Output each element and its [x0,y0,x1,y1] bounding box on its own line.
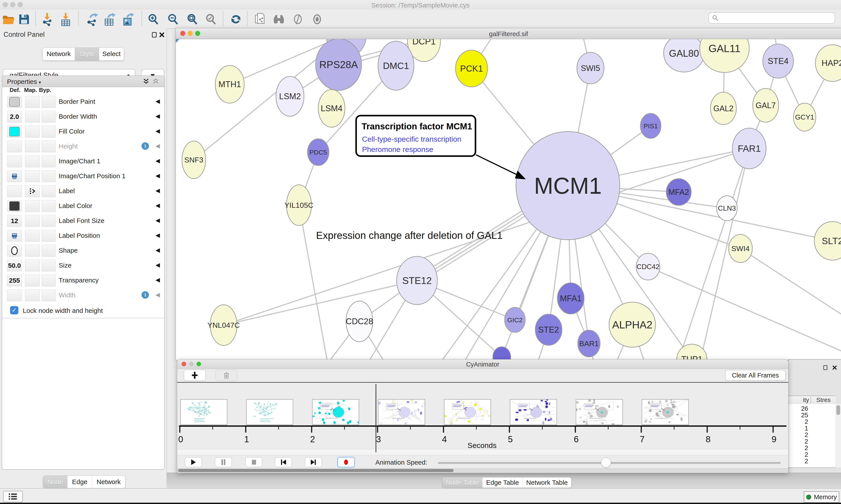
table-cell[interactable]: 2 [788,432,808,438]
task-history-button[interactable] [3,491,23,502]
clear-all-frames-button[interactable]: Clear All Frames [725,370,786,381]
node-PIS1[interactable]: PIS1 [640,113,661,138]
bypass-value-cell[interactable] [42,215,56,227]
property-row-transparency[interactable]: 255Transparency◀ [2,273,164,288]
close-panel-icon[interactable] [832,365,838,371]
default-value-cell[interactable] [7,230,22,242]
eye-icon[interactable] [310,12,324,26]
node-SLT2[interactable]: SLT2 [814,221,841,260]
frame-thumbnail-1[interactable] [180,399,227,425]
property-row-image-chart-1[interactable]: Image/Chart 1◀ [2,154,164,169]
table-cell[interactable]: 2 [788,438,808,445]
mapping-value-cell[interactable] [25,245,40,257]
info-icon[interactable]: i [142,142,149,150]
frame-thumbnail-7[interactable] [576,399,623,425]
property-row-height[interactable]: Heighti◀ [2,139,164,154]
tab-network[interactable]: Network [43,48,75,60]
annotation-callout[interactable]: Transcription factor MCM1Cell-type-speci… [356,115,526,179]
bypass-value-cell[interactable] [42,289,56,301]
node-LSM4[interactable]: LSM4 [318,90,345,127]
tab-node[interactable]: Node [43,476,68,488]
default-value-cell[interactable] [7,289,22,301]
node-TUP1[interactable]: TUP1 [677,344,707,360]
node-BAR1[interactable]: BAR1 [578,330,600,357]
node-STE4[interactable]: STE4 [763,44,793,78]
record-button[interactable] [338,457,355,467]
tab-network[interactable]: Network [92,476,125,488]
node-YNL047C[interactable]: YNL047C [208,305,239,345]
bypass-value-cell[interactable] [42,170,56,182]
expand-arrow-icon[interactable]: ◀ [156,232,160,238]
expand-arrow-icon[interactable]: ◀ [156,202,160,209]
node-STE2[interactable]: STE2 [535,314,562,345]
bypass-value-cell[interactable] [42,156,56,167]
frame-thumbnail-5[interactable] [444,399,491,425]
mapping-value-cell[interactable] [25,185,40,197]
bypass-value-cell[interactable] [42,245,56,257]
bypass-value-cell[interactable] [42,96,56,108]
node-PDC5[interactable]: PDC5 [307,139,329,165]
horizontal-scrollbar-thumb[interactable] [178,469,453,472]
tab-style[interactable]: Style [75,48,99,60]
timeline-playhead[interactable] [376,384,376,452]
mapping-value-cell[interactable] [25,230,40,242]
frame-thumbnail-4[interactable] [378,399,425,425]
mapping-value-cell[interactable] [25,156,40,167]
bypass-value-cell[interactable] [42,200,56,212]
bypass-value-cell[interactable] [42,185,56,197]
float-panel-icon[interactable] [823,365,828,371]
expand-arrow-icon[interactable]: ◀ [156,98,160,105]
export-table-icon[interactable] [103,12,117,26]
tab-select[interactable]: Select [99,48,124,60]
node-MFA2[interactable]: MFA2 [666,179,691,205]
expand-arrow-icon[interactable]: ◀ [156,187,160,194]
default-value-cell[interactable] [7,185,22,197]
import-network-icon[interactable] [40,12,54,26]
frame-thumbnail-6[interactable] [510,399,557,425]
default-value-cell[interactable] [7,200,22,212]
skip-start-button[interactable] [275,457,292,467]
play-button[interactable] [185,457,202,467]
node-MFA1[interactable]: MFA1 [557,283,584,314]
expand-arrow-icon[interactable]: ◀ [156,143,160,149]
zoom-fit-icon[interactable] [185,12,199,26]
zoom-selected-icon[interactable] [204,12,218,26]
skip-end-button[interactable] [305,457,322,467]
mapping-value-cell[interactable] [25,141,40,152]
node-GIC2[interactable]: GIC2 [505,307,525,332]
mapping-value-cell[interactable] [25,126,40,138]
tab-network-table[interactable]: Network Table [523,478,571,488]
properties-header[interactable]: Properties ▾ [2,76,164,87]
binoculars-icon[interactable] [272,12,286,26]
mapping-value-cell[interactable] [25,215,40,227]
node-GAL2[interactable]: GAL2 [711,92,736,125]
property-row-width[interactable]: Widthi◀ [2,288,164,303]
delete-frame-button[interactable] [215,370,237,381]
mapping-value-cell[interactable] [25,96,40,108]
default-value-cell[interactable]: 12 [7,215,22,227]
node-LSM2[interactable]: LSM2 [276,76,304,116]
node-STE12[interactable]: STE12 [397,256,437,305]
collapse-all-icon[interactable] [152,78,159,86]
node-DMC1[interactable]: DMC1 [378,41,414,90]
default-value-cell[interactable] [7,126,22,138]
bypass-value-cell[interactable] [42,274,56,286]
stop-button[interactable] [245,457,262,467]
expand-arrow-icon[interactable]: ◀ [156,113,160,119]
mapping-value-cell[interactable] [25,200,40,212]
node-CDC42[interactable]: CDC42 [636,253,660,280]
lock-checkbox[interactable]: ✓ [10,306,18,314]
property-row-shape[interactable]: Shape◀ [2,243,164,258]
export-network-icon[interactable] [85,12,99,26]
expand-arrow-icon[interactable]: ◀ [156,276,160,283]
zoom-in-icon[interactable] [146,12,160,26]
node-GAL11[interactable]: GAL11 [700,39,749,72]
folder-open-icon[interactable] [2,12,16,26]
property-row-border-width[interactable]: 2.0Border Width◀ [2,109,164,124]
close-panel-icon[interactable] [159,32,165,39]
frame-thumbnail-2[interactable] [246,399,293,425]
node-GAL80[interactable]: GAL80 [664,39,704,72]
expand-arrow-icon[interactable]: ◀ [156,217,160,223]
table-cell[interactable]: 2 [788,458,808,464]
tab-edge-table[interactable]: Edge Table [482,478,523,488]
